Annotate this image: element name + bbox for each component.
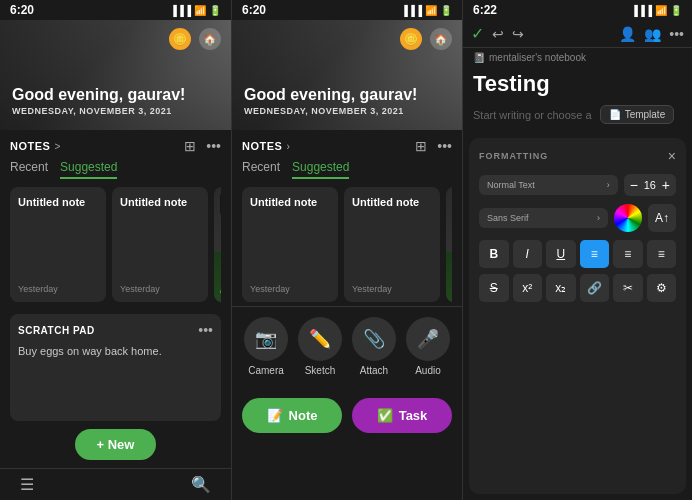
signal-icon: ▐▐▐ bbox=[170, 5, 191, 16]
home-icon-2[interactable]: 🏠 bbox=[430, 28, 452, 50]
search-icon-1[interactable]: 🔍 bbox=[191, 475, 211, 494]
bottom-bar-1: + New bbox=[0, 421, 231, 468]
coin-icon[interactable]: 🪙 bbox=[169, 28, 191, 50]
camera-icon[interactable]: 📷 bbox=[244, 317, 288, 361]
hamburger-icon[interactable]: ☰ bbox=[20, 475, 34, 494]
battery-icon-3: 🔋 bbox=[670, 5, 682, 16]
underline-button[interactable]: U bbox=[546, 240, 576, 268]
tab-recent-1[interactable]: Recent bbox=[10, 160, 48, 179]
task-btn-label: Task bbox=[399, 408, 428, 423]
note-date-4: Yesterday bbox=[352, 284, 432, 294]
person-icon[interactable]: 👤 bbox=[619, 26, 636, 42]
panel-1: 6:20 ▐▐▐ 📶 🔋 🪙 🏠 Good evening, gaurav! W… bbox=[0, 0, 231, 500]
notes-header-1: NOTES > ⊞ ••• bbox=[10, 138, 221, 154]
undo-icon[interactable]: ↩ bbox=[492, 26, 504, 42]
format-buttons-row-2: S x² x₂ 🔗 ✂ ⚙ bbox=[479, 274, 676, 302]
note-card-img-1[interactable]: EarOnli Pa bbox=[214, 187, 221, 302]
media-attach[interactable]: 📎 Attach bbox=[352, 317, 396, 376]
tab-suggested-2[interactable]: Suggested bbox=[292, 160, 349, 179]
tab-recent-2[interactable]: Recent bbox=[242, 160, 280, 179]
task-button[interactable]: ✅ Task bbox=[352, 398, 452, 433]
template-icon: 📄 bbox=[609, 109, 621, 120]
panel-3: 6:22 ▐▐▐ 📶 🔋 ✓ ↩ ↪ 👤 👥 ••• 📓 mentaliser'… bbox=[462, 0, 692, 500]
note-card-1[interactable]: Untitled note Yesterday bbox=[10, 187, 106, 302]
strikethrough-button[interactable]: S bbox=[479, 274, 509, 302]
coin-icon-2[interactable]: 🪙 bbox=[400, 28, 422, 50]
hero-text-1: Good evening, gaurav! WEDNESDAY, NOVEMBE… bbox=[12, 86, 185, 116]
note-card-3[interactable]: Untitled note Yesterday bbox=[242, 187, 338, 302]
more-icon-2[interactable]: ••• bbox=[437, 138, 452, 154]
formatting-title: FORMATTING bbox=[479, 151, 548, 161]
hero-banner-1: 🪙 🏠 Good evening, gaurav! WEDNESDAY, NOV… bbox=[0, 20, 231, 130]
editor-placeholder: Start writing or choose a 📄 Template bbox=[463, 105, 692, 132]
hero-banner-2: 🪙 🏠 Good evening, gaurav! WEDNESDAY, NOV… bbox=[232, 20, 462, 130]
more-icon-1[interactable]: ••• bbox=[206, 138, 221, 154]
scratch-pad: SCRATCH PAD ••• Buy eggs on way back hom… bbox=[10, 314, 221, 421]
close-formatting-button[interactable]: × bbox=[668, 148, 676, 164]
settings-button[interactable]: ⚙ bbox=[647, 274, 677, 302]
status-bar-3: 6:22 ▐▐▐ 📶 🔋 bbox=[463, 0, 692, 20]
note-title-1: Untitled note bbox=[18, 195, 98, 209]
home-icon[interactable]: 🏠 bbox=[199, 28, 221, 50]
increase-size-button[interactable]: + bbox=[662, 177, 670, 193]
editor-title[interactable]: Testing bbox=[463, 67, 692, 105]
font-size-icon-btn[interactable]: A↑ bbox=[648, 204, 676, 232]
notes-arrow-1[interactable]: > bbox=[54, 141, 60, 152]
format-buttons-row-1: B I U ≡ ≡ ≡ bbox=[479, 240, 676, 268]
more-icon-3[interactable]: ••• bbox=[669, 26, 684, 42]
scissors-button[interactable]: ✂ bbox=[613, 274, 643, 302]
bold-button[interactable]: B bbox=[479, 240, 509, 268]
notes-label-1: NOTES bbox=[10, 140, 50, 152]
text-style-value: Normal Text bbox=[487, 180, 535, 190]
font-family-select[interactable]: Sans Serif › bbox=[479, 208, 608, 228]
tab-suggested-1[interactable]: Suggested bbox=[60, 160, 117, 179]
editor-toolbar: ✓ ↩ ↪ 👤 👥 ••• bbox=[463, 20, 692, 48]
notes-section-2: NOTES › ⊞ ••• Recent Suggested Untitled … bbox=[232, 130, 462, 306]
subscript-button[interactable]: x₂ bbox=[546, 274, 576, 302]
attach-icon[interactable]: 📎 bbox=[352, 317, 396, 361]
status-icons-1: ▐▐▐ 📶 🔋 bbox=[170, 5, 221, 16]
link-button[interactable]: 🔗 bbox=[580, 274, 610, 302]
share-icon[interactable]: 👥 bbox=[644, 26, 661, 42]
new-button-1[interactable]: + New bbox=[75, 429, 157, 460]
scratch-pad-content[interactable]: Buy eggs on way back home. bbox=[18, 344, 213, 359]
new-note-icon-2[interactable]: ⊞ bbox=[415, 138, 427, 154]
scratch-more-icon[interactable]: ••• bbox=[198, 322, 213, 338]
note-title-3: Untitled note bbox=[250, 195, 330, 209]
media-audio[interactable]: 🎤 Audio bbox=[406, 317, 450, 376]
note-button[interactable]: 📝 Note bbox=[242, 398, 342, 433]
img-text: Pa bbox=[220, 280, 221, 296]
notes-header-right-2: ⊞ ••• bbox=[415, 138, 452, 154]
notes-header-2: NOTES › ⊞ ••• bbox=[242, 138, 452, 154]
formatting-header: FORMATTING × bbox=[479, 148, 676, 164]
align-right-button[interactable]: ≡ bbox=[647, 240, 677, 268]
template-button[interactable]: 📄 Template bbox=[600, 105, 675, 124]
italic-button[interactable]: I bbox=[513, 240, 543, 268]
font-size-control: − 16 + bbox=[624, 174, 676, 196]
notes-grid-1: Untitled note Yesterday Untitled note Ye… bbox=[10, 187, 221, 302]
align-center-button[interactable]: ≡ bbox=[613, 240, 643, 268]
note-card-4[interactable]: Untitled note Yesterday bbox=[344, 187, 440, 302]
text-style-row: Normal Text › − 16 + bbox=[479, 174, 676, 196]
check-icon[interactable]: ✓ bbox=[471, 24, 484, 43]
media-section: 📷 Camera ✏️ Sketch 📎 Attach 🎤 Audio bbox=[232, 306, 462, 386]
signal-icon-3: ▐▐▐ bbox=[631, 5, 652, 16]
audio-icon[interactable]: 🎤 bbox=[406, 317, 450, 361]
font-size-value: 16 bbox=[642, 179, 658, 191]
superscript-button[interactable]: x² bbox=[513, 274, 543, 302]
new-note-icon[interactable]: ⊞ bbox=[184, 138, 196, 154]
text-style-select[interactable]: Normal Text › bbox=[479, 175, 618, 195]
media-sketch[interactable]: ✏️ Sketch bbox=[298, 317, 342, 376]
tabs-2: Recent Suggested bbox=[242, 160, 452, 179]
sketch-icon[interactable]: ✏️ bbox=[298, 317, 342, 361]
note-card-2[interactable]: Untitled note Yesterday bbox=[112, 187, 208, 302]
redo-icon[interactable]: ↪ bbox=[512, 26, 524, 42]
color-picker[interactable] bbox=[614, 204, 642, 232]
note-card-img-2[interactable]: EarOnli Pa bbox=[446, 187, 452, 302]
status-bar-2: 6:20 ▐▐▐ 📶 🔋 bbox=[232, 0, 462, 20]
notes-arrow-2[interactable]: › bbox=[286, 141, 289, 152]
align-left-button[interactable]: ≡ bbox=[580, 240, 610, 268]
decrease-size-button[interactable]: − bbox=[630, 177, 638, 193]
media-camera[interactable]: 📷 Camera bbox=[244, 317, 288, 376]
time-3: 6:22 bbox=[473, 3, 497, 17]
